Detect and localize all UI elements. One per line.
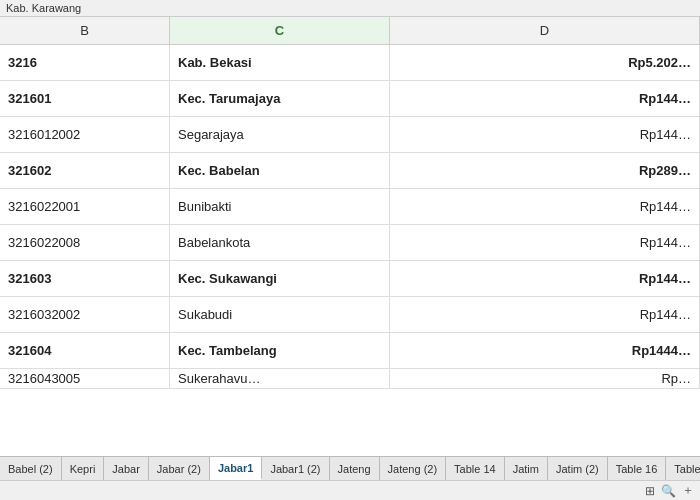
cell-d[interactable]: Rp144… (390, 81, 700, 116)
cell-d[interactable]: Rp144… (390, 225, 700, 260)
cell-d[interactable]: Rp144… (390, 261, 700, 296)
cell-d[interactable]: Rp144… (390, 297, 700, 332)
cell-b[interactable]: 321602 (0, 153, 170, 188)
cell-b[interactable]: 3216012002 (0, 117, 170, 152)
table-row[interactable]: 321603Kec. SukawangiRp144… (0, 261, 700, 297)
cell-c[interactable]: Kec. Tarumajaya (170, 81, 390, 116)
tab-jabar1--2-[interactable]: Jabar1 (2) (262, 457, 329, 480)
cell-c[interactable]: Kec. Babelan (170, 153, 390, 188)
tab-babel--2-[interactable]: Babel (2) (0, 457, 62, 480)
tab-table-14[interactable]: Table 14 (446, 457, 505, 480)
cell-c[interactable]: Sukabudi (170, 297, 390, 332)
cell-c[interactable]: Babelankota (170, 225, 390, 260)
cell-d[interactable]: Rp… (390, 369, 700, 388)
col-header-d[interactable]: D (390, 17, 700, 44)
cell-d[interactable]: Rp5.202… (390, 45, 700, 80)
cell-c[interactable]: Kab. Bekasi (170, 45, 390, 80)
table-row[interactable]: 3216012002SegarajayaRp144… (0, 117, 700, 153)
table-row[interactable]: 3216043005Sukerahavu…Rp… (0, 369, 700, 389)
tab-jabar[interactable]: Jabar (104, 457, 149, 480)
table-row[interactable]: 321602Kec. BabelanRp289… (0, 153, 700, 189)
table-row[interactable]: 321601Kec. TarumajayaRp144… (0, 81, 700, 117)
plus-icon[interactable]: ＋ (682, 482, 694, 499)
tab-table[interactable]: Table (666, 457, 700, 480)
table-row[interactable]: 3216022001BunibaktiRp144… (0, 189, 700, 225)
tab-table-16[interactable]: Table 16 (608, 457, 667, 480)
cell-b[interactable]: 3216032002 (0, 297, 170, 332)
cell-b[interactable]: 3216022001 (0, 189, 170, 224)
title-text: Kab. Karawang (6, 2, 81, 14)
cell-b[interactable]: 3216043005 (0, 369, 170, 388)
cell-d[interactable]: Rp144… (390, 189, 700, 224)
table-body: 3216Kab. BekasiRp5.202…321601Kec. Taruma… (0, 45, 700, 456)
cell-d[interactable]: Rp1444… (390, 333, 700, 368)
cell-c[interactable]: Segarajaya (170, 117, 390, 152)
cell-b[interactable]: 321604 (0, 333, 170, 368)
cell-c[interactable]: Kec. Sukawangi (170, 261, 390, 296)
table-row[interactable]: 3216032002SukabudiRp144… (0, 297, 700, 333)
tab-jabar1[interactable]: Jabar1 (210, 457, 262, 480)
spreadsheet: B C D 3216Kab. BekasiRp5.202…321601Kec. … (0, 17, 700, 456)
tab-jabar--2-[interactable]: Jabar (2) (149, 457, 210, 480)
title-bar: Kab. Karawang (0, 0, 700, 17)
cell-b[interactable]: 321603 (0, 261, 170, 296)
grid-icon[interactable]: ⊞ (645, 484, 655, 498)
cell-c[interactable]: Sukerahavu… (170, 369, 390, 388)
tab-jatim--2-[interactable]: Jatim (2) (548, 457, 608, 480)
cell-c[interactable]: Kec. Tambelang (170, 333, 390, 368)
table-row[interactable]: 3216022008BabelankotaRp144… (0, 225, 700, 261)
col-header-c[interactable]: C (170, 17, 390, 44)
zoom-icon[interactable]: 🔍 (661, 484, 676, 498)
col-header-b[interactable]: B (0, 17, 170, 44)
cell-d[interactable]: Rp289… (390, 153, 700, 188)
tab-bar: Babel (2)KepriJabarJabar (2)Jabar1Jabar1… (0, 456, 700, 480)
column-headers: B C D (0, 17, 700, 45)
table-row[interactable]: 321604Kec. TambelangRp1444… (0, 333, 700, 369)
tab-jateng[interactable]: Jateng (330, 457, 380, 480)
cell-b[interactable]: 3216022008 (0, 225, 170, 260)
table-row[interactable]: 3216Kab. BekasiRp5.202… (0, 45, 700, 81)
tab-jatim[interactable]: Jatim (505, 457, 548, 480)
cell-c[interactable]: Bunibakti (170, 189, 390, 224)
cell-d[interactable]: Rp144… (390, 117, 700, 152)
tab-kepri[interactable]: Kepri (62, 457, 105, 480)
tab-jateng--2-[interactable]: Jateng (2) (380, 457, 447, 480)
status-bar: ⊞ 🔍 ＋ (0, 480, 700, 500)
cell-b[interactable]: 3216 (0, 45, 170, 80)
cell-b[interactable]: 321601 (0, 81, 170, 116)
